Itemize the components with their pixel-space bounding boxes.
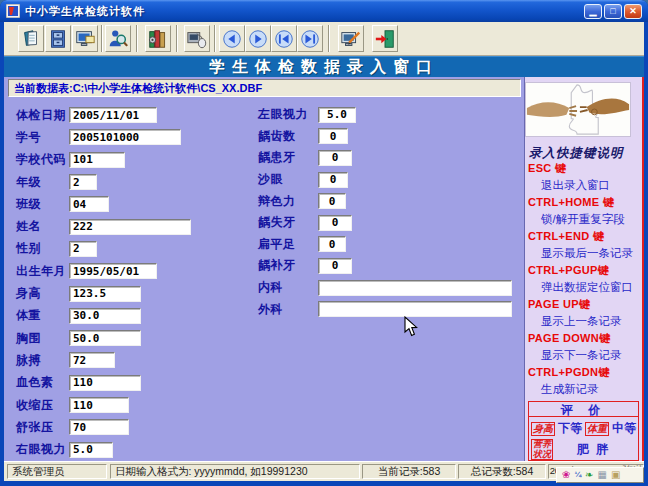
form-row: 左眼视力5.0 <box>258 104 520 126</box>
computer-button[interactable] <box>72 25 98 52</box>
field-label: 血色素 <box>16 374 69 391</box>
caries-lost-field[interactable]: 0 <box>318 215 352 231</box>
weight-field[interactable]: 30.0 <box>69 308 141 324</box>
edit-icon <box>340 28 362 50</box>
school-code-field[interactable]: 101 <box>69 152 125 168</box>
height-field[interactable]: 123.5 <box>69 286 141 302</box>
form-row: 体检日期2005/11/01 <box>16 104 251 126</box>
shortcut-desc: 生成新记录 <box>528 382 642 399</box>
toolbar <box>4 22 644 56</box>
prev-record-button[interactable] <box>219 25 245 52</box>
field-label: 辩色力 <box>258 193 318 210</box>
shortcut-desc: 显示最后一条记录 <box>528 246 642 263</box>
hemoglobin-field[interactable]: 110 <box>69 375 141 391</box>
shortcut-key: CTRL+PGUP键 <box>528 263 642 280</box>
books-lock-icon <box>147 28 169 50</box>
close-button[interactable]: ✕ <box>624 4 642 19</box>
field-label: 收缩压 <box>16 397 69 414</box>
evaluation-row: 身高 下等 体重 中等 <box>529 417 638 437</box>
toolbar-separator <box>214 25 216 52</box>
next-record-icon <box>247 28 269 50</box>
edit-button[interactable] <box>338 25 364 52</box>
tray-percent-icon[interactable]: ¼ <box>574 470 581 480</box>
exam-date-field[interactable]: 2005/11/01 <box>69 107 157 123</box>
form-row: 性别2 <box>16 238 251 260</box>
form-row: 扁平足0 <box>258 234 520 256</box>
systolic-field[interactable]: 110 <box>69 397 129 413</box>
field-label: 出生年月 <box>16 263 69 280</box>
caries-teeth-field[interactable]: 0 <box>318 150 352 166</box>
tray-display-icon[interactable]: ▦ <box>597 470 606 480</box>
height-eval-label: 身高 <box>531 422 555 436</box>
page-title-banner: 学生体检数据录入窗口 <box>4 56 644 77</box>
field-label: 体重 <box>16 307 69 324</box>
surgery-field[interactable] <box>318 301 512 317</box>
toolbar-separator <box>176 25 178 52</box>
minimize-button[interactable]: ▁ <box>584 4 602 19</box>
mouse-device-button[interactable] <box>184 25 210 52</box>
tray-flower-icon[interactable]: ❀ <box>562 470 570 480</box>
help-panel: 录入快捷键说明 ESC 键 退出录入窗口 CTRL+HOME 键 锁/解开重复字… <box>524 77 644 461</box>
exit-icon <box>374 28 396 50</box>
evaluation-box: 评 价 身高 下等 体重 中等 营养状况 肥 胖 <box>528 401 639 461</box>
titlebar[interactable]: 中小学生体检统计软件 ▁ □ ✕ <box>0 0 648 22</box>
first-record-button[interactable] <box>271 25 297 52</box>
color-vision-field[interactable]: 0 <box>318 193 346 209</box>
birth-date-field[interactable]: 1995/05/01 <box>69 263 157 279</box>
last-record-button[interactable] <box>297 25 323 52</box>
window-title: 中小学生体检统计软件 <box>25 4 145 19</box>
field-label: 外科 <box>258 301 318 318</box>
form-row: 姓名222 <box>16 215 251 237</box>
form-row: 辩色力0 <box>258 190 520 212</box>
form-row: 脉搏72 <box>16 349 251 371</box>
trachoma-field[interactable]: 0 <box>318 172 348 188</box>
exit-button[interactable] <box>372 25 398 52</box>
shortcut-key: CTRL+END 键 <box>528 229 642 246</box>
status-bar: 系统管理员 日期输入格式为: yyyymmdd, 如19991230 当前记录:… <box>4 461 644 481</box>
shortcut-key: CTRL+HOME 键 <box>528 195 642 212</box>
shortcut-desc: 退出录入窗口 <box>528 178 642 195</box>
field-label: 龋补牙 <box>258 257 318 274</box>
grade-field[interactable]: 2 <box>69 174 97 190</box>
flat-foot-field[interactable]: 0 <box>318 236 346 252</box>
form-row: 龋患牙0 <box>258 147 520 169</box>
cabinet-button[interactable] <box>45 25 71 52</box>
field-label: 龋失牙 <box>258 214 318 231</box>
caries-filled-field[interactable]: 0 <box>318 258 352 274</box>
current-table-path: 当前数据表:C:\中小学生体检统计软件\CS_XX.DBF <box>8 79 521 97</box>
weight-eval-value: 中等 <box>612 420 636 437</box>
database-button[interactable] <box>145 25 171 52</box>
weight-eval-label: 体重 <box>585 422 609 436</box>
notebook-button[interactable] <box>18 25 44 52</box>
student-id-field[interactable]: 2005101000 <box>69 129 181 145</box>
diastolic-field[interactable]: 70 <box>69 419 129 435</box>
search-icon <box>107 28 129 50</box>
maximize-button[interactable]: □ <box>604 4 622 19</box>
form-row: 体重30.0 <box>16 305 251 327</box>
search-button[interactable] <box>105 25 131 52</box>
field-label: 脉搏 <box>16 352 69 369</box>
computer-icon <box>74 28 96 50</box>
field-label: 胸围 <box>16 330 69 347</box>
cabinet-icon <box>47 28 69 50</box>
pulse-field[interactable]: 72 <box>69 352 115 368</box>
internal-medicine-field[interactable] <box>318 280 512 296</box>
tray-calendar-icon[interactable]: ▣ <box>611 470 620 480</box>
status-hint: 日期输入格式为: yyyymmdd, 如19991230 <box>110 464 360 479</box>
field-label: 右眼视力 <box>16 441 69 458</box>
shortcut-key: PAGE UP键 <box>528 297 642 314</box>
name-field[interactable]: 222 <box>69 219 191 235</box>
right-vision-field[interactable]: 5.0 <box>69 442 113 458</box>
form-row: 沙眼0 <box>258 169 520 191</box>
chest-field[interactable]: 50.0 <box>69 330 141 346</box>
gender-field[interactable]: 2 <box>69 241 97 257</box>
next-record-button[interactable] <box>245 25 271 52</box>
app-icon <box>6 4 20 18</box>
left-vision-field[interactable]: 5.0 <box>318 107 356 123</box>
field-label: 舒张压 <box>16 419 69 436</box>
caries-count-field[interactable]: 0 <box>318 128 348 144</box>
nutrition-eval-value: 肥 胖 <box>577 441 610 458</box>
evaluation-row: 营养状况 肥 胖 <box>529 437 638 460</box>
tray-leaf-icon[interactable]: ❧ <box>585 470 593 480</box>
class-field[interactable]: 04 <box>69 196 109 212</box>
